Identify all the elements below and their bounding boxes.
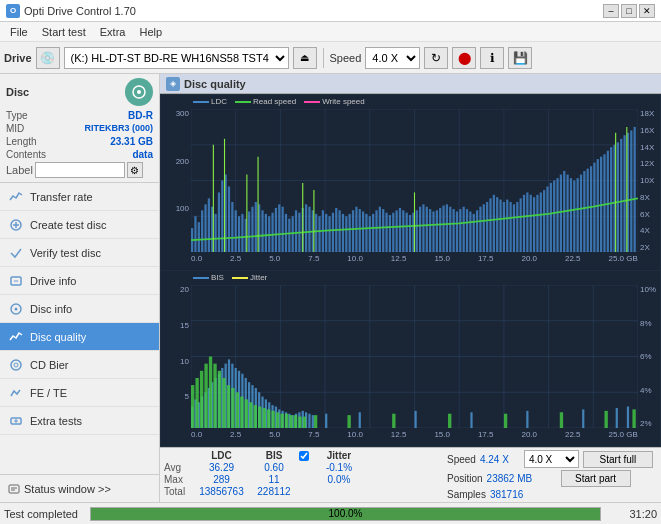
- svg-rect-73: [325, 214, 327, 252]
- disc-label-browse-button[interactable]: ⚙: [127, 162, 143, 178]
- bx-label-15.0: 15.0: [434, 430, 450, 439]
- disc-type-value: BD-R: [128, 110, 153, 121]
- sidebar-item-drive-info[interactable]: Drive info: [0, 267, 159, 295]
- start-part-button[interactable]: Start part: [561, 470, 631, 487]
- bottom-chart: BIS Jitter 20 15 10 5: [161, 271, 660, 446]
- svg-rect-85: [365, 214, 367, 252]
- svg-rect-261: [303, 417, 306, 428]
- stats-speed-select[interactable]: 4.0 X: [524, 450, 579, 468]
- menu-file[interactable]: File: [4, 24, 34, 40]
- svg-rect-260: [298, 417, 301, 428]
- svg-rect-164: [630, 130, 632, 252]
- svg-rect-137: [540, 192, 542, 252]
- bx-label-7.5: 7.5: [308, 430, 319, 439]
- svg-rect-89: [379, 207, 381, 252]
- svg-rect-57: [271, 213, 273, 252]
- record-button[interactable]: ⬤: [452, 47, 476, 69]
- sidebar-item-transfer-rate[interactable]: Transfer rate: [0, 183, 159, 211]
- x-label-20.0: 20.0: [521, 254, 537, 263]
- svg-rect-134: [530, 195, 532, 252]
- speed-selector[interactable]: 4.0 X: [365, 47, 420, 69]
- svg-rect-74: [328, 216, 330, 252]
- start-full-button[interactable]: Start full: [583, 451, 653, 468]
- top-chart-y-axis-right: 18X 16X 14X 12X 10X 8X 6X 4X 2X: [638, 109, 660, 252]
- stats-total-row: Total 13856763 228112: [164, 486, 443, 497]
- write-speed-legend-item: Write speed: [304, 97, 365, 106]
- svg-rect-41: [218, 192, 220, 252]
- drive-selector[interactable]: (K:) HL-DT-ST BD-RE WH16NS58 TST4: [64, 47, 289, 69]
- y-label-6pct: 6%: [640, 352, 660, 361]
- svg-rect-80: [349, 214, 351, 252]
- y-label-200: 200: [161, 157, 189, 166]
- svg-rect-128: [509, 202, 511, 252]
- svg-rect-92: [389, 215, 391, 252]
- sidebar-item-verify-test[interactable]: Verify test disc: [0, 239, 159, 267]
- stats-bis-header: BIS: [249, 450, 299, 461]
- svg-rect-267: [560, 412, 563, 428]
- refresh-button[interactable]: ↻: [424, 47, 448, 69]
- y-label-18x: 18X: [640, 109, 660, 118]
- titlebar-controls[interactable]: – □ ✕: [603, 4, 655, 18]
- stats-total-ldc: 13856763: [194, 486, 249, 497]
- svg-rect-122: [489, 198, 491, 252]
- content-header-icon: ◈: [166, 77, 180, 91]
- jitter-check-input[interactable]: [299, 451, 309, 461]
- toolbar: Drive 💿 (K:) HL-DT-ST BD-RE WH16NS58 TST…: [0, 42, 661, 74]
- menu-help[interactable]: Help: [133, 24, 168, 40]
- top-chart-svg: [191, 109, 638, 252]
- bottom-chart-x-axis: 0.0 2.5 5.0 7.5 10.0 12.5 15.0 17.5 20.0…: [191, 428, 638, 446]
- bx-label-2.5: 2.5: [230, 430, 241, 439]
- extra-tests-icon: [8, 413, 24, 429]
- content-area: ◈ Disc quality LDC Read speed: [160, 74, 661, 502]
- y-label-4x: 4X: [640, 226, 660, 235]
- svg-rect-233: [582, 409, 584, 428]
- sidebar-item-create-test[interactable]: Create test disc: [0, 211, 159, 239]
- y-label-8pct: 8%: [640, 319, 660, 328]
- disc-type-label: Type: [6, 110, 28, 121]
- sidebar-item-cd-bier[interactable]: CD Bier: [0, 351, 159, 379]
- sidebar-item-fe-te[interactable]: FE / TE: [0, 379, 159, 407]
- disc-label-input[interactable]: [35, 162, 125, 178]
- svg-rect-236: [191, 385, 194, 428]
- x-label-25.0gb: 25.0 GB: [609, 254, 638, 263]
- status-window-button[interactable]: Status window >>: [0, 474, 159, 502]
- y-label-4pct: 4%: [640, 386, 660, 395]
- stats-max-jitter: 0.0%: [309, 474, 369, 485]
- stats-samples-label: Samples: [447, 489, 486, 500]
- sidebar-item-extra-tests[interactable]: Extra tests: [0, 407, 159, 435]
- x-label-15.0: 15.0: [434, 254, 450, 263]
- svg-rect-139: [546, 186, 548, 252]
- svg-rect-151: [587, 169, 589, 252]
- svg-rect-141: [553, 181, 555, 253]
- disc-length-value: 23.31 GB: [110, 136, 153, 147]
- stats-avg-ldc: 36.29: [194, 462, 249, 473]
- svg-rect-262: [314, 415, 317, 428]
- svg-rect-132: [523, 195, 525, 252]
- maximize-button[interactable]: □: [621, 4, 637, 18]
- ldc-legend-item: LDC: [193, 97, 227, 106]
- menu-start-test[interactable]: Start test: [36, 24, 92, 40]
- svg-rect-91: [385, 213, 387, 252]
- y-label-300: 300: [161, 109, 189, 118]
- save-button[interactable]: 💾: [508, 47, 532, 69]
- disc-length-row: Length 23.31 GB: [6, 136, 153, 147]
- svg-rect-254: [271, 411, 274, 428]
- svg-rect-161: [620, 139, 622, 252]
- stats-position-label: Position: [447, 473, 483, 484]
- svg-rect-70: [315, 214, 317, 252]
- stats-max-bis: 11: [249, 474, 299, 485]
- eject-button[interactable]: ⏏: [293, 47, 317, 69]
- close-button[interactable]: ✕: [639, 4, 655, 18]
- sidebar-item-disc-quality[interactable]: Disc quality: [0, 323, 159, 351]
- minimize-button[interactable]: –: [603, 4, 619, 18]
- disc-length-label: Length: [6, 136, 37, 147]
- svg-point-1: [137, 90, 141, 94]
- menu-extra[interactable]: Extra: [94, 24, 132, 40]
- svg-rect-58: [275, 208, 277, 252]
- svg-rect-237: [195, 378, 198, 428]
- sidebar-item-disc-info[interactable]: Disc info: [0, 295, 159, 323]
- svg-rect-94: [396, 210, 398, 252]
- x-label-12.5: 12.5: [391, 254, 407, 263]
- info-button[interactable]: ℹ: [480, 47, 504, 69]
- progress-text: 100.0%: [91, 508, 600, 520]
